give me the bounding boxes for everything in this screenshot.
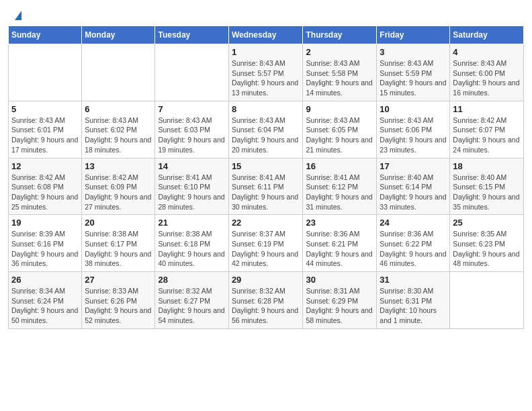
calendar-cell: 24Sunrise: 8:36 AM Sunset: 6:22 PM Dayli… [377, 215, 450, 272]
logo [13, 11, 21, 20]
days-of-week-row: SundayMondayTuesdayWednesdayThursdayFrid… [9, 26, 524, 44]
day-info: Sunrise: 8:37 AM Sunset: 6:19 PM Dayligh… [232, 229, 300, 269]
calendar-cell: 4Sunrise: 8:43 AM Sunset: 6:00 PM Daylig… [450, 44, 524, 101]
calendar-header: SundayMondayTuesdayWednesdayThursdayFrid… [9, 26, 524, 44]
day-number: 27 [85, 275, 152, 285]
day-number: 24 [380, 218, 447, 228]
day-info: Sunrise: 8:43 AM Sunset: 5:58 PM Dayligh… [306, 58, 373, 98]
calendar-cell: 27Sunrise: 8:33 AM Sunset: 6:26 PM Dayli… [82, 272, 155, 329]
day-info: Sunrise: 8:43 AM Sunset: 6:03 PM Dayligh… [158, 116, 225, 155]
day-number: 20 [85, 218, 152, 228]
day-of-week-header: Wednesday [228, 26, 303, 44]
calendar-cell: 8Sunrise: 8:43 AM Sunset: 6:04 PM Daylig… [228, 101, 303, 158]
day-number: 7 [158, 104, 225, 114]
calendar-cell: 20Sunrise: 8:38 AM Sunset: 6:17 PM Dayli… [82, 215, 155, 272]
day-info: Sunrise: 8:30 AM Sunset: 6:31 PM Dayligh… [380, 286, 447, 326]
calendar-body: 1Sunrise: 8:43 AM Sunset: 5:57 PM Daylig… [9, 44, 524, 329]
calendar-cell: 21Sunrise: 8:38 AM Sunset: 6:18 PM Dayli… [155, 215, 228, 272]
calendar-container: SundayMondayTuesdayWednesdayThursdayFrid… [0, 26, 532, 337]
day-number: 13 [85, 161, 152, 171]
day-info: Sunrise: 8:38 AM Sunset: 6:17 PM Dayligh… [85, 229, 152, 269]
day-of-week-header: Friday [377, 26, 450, 44]
calendar-cell: 31Sunrise: 8:30 AM Sunset: 6:31 PM Dayli… [377, 272, 450, 329]
day-info: Sunrise: 8:32 AM Sunset: 6:27 PM Dayligh… [158, 286, 225, 326]
calendar-cell: 16Sunrise: 8:41 AM Sunset: 6:12 PM Dayli… [303, 158, 377, 215]
day-info: Sunrise: 8:40 AM Sunset: 6:15 PM Dayligh… [453, 173, 521, 212]
calendar-cell: 30Sunrise: 8:31 AM Sunset: 6:29 PM Dayli… [303, 272, 377, 329]
day-number: 2 [306, 47, 373, 57]
calendar-cell: 28Sunrise: 8:32 AM Sunset: 6:27 PM Dayli… [155, 272, 228, 329]
day-number: 22 [232, 218, 300, 228]
day-number: 9 [306, 104, 373, 114]
day-number: 18 [453, 161, 521, 171]
logo-triangle-icon [15, 11, 21, 20]
day-number: 5 [11, 104, 79, 114]
day-number: 11 [453, 104, 521, 114]
calendar-cell: 19Sunrise: 8:39 AM Sunset: 6:16 PM Dayli… [9, 215, 82, 272]
day-number: 4 [453, 47, 521, 57]
day-number: 29 [232, 275, 300, 285]
calendar-cell: 13Sunrise: 8:42 AM Sunset: 6:09 PM Dayli… [82, 158, 155, 215]
calendar-cell: 5Sunrise: 8:43 AM Sunset: 6:01 PM Daylig… [9, 101, 82, 158]
calendar-week-row: 5Sunrise: 8:43 AM Sunset: 6:01 PM Daylig… [9, 101, 524, 158]
day-number: 1 [232, 47, 300, 57]
calendar-cell [450, 272, 524, 329]
day-info: Sunrise: 8:38 AM Sunset: 6:18 PM Dayligh… [158, 229, 225, 269]
day-info: Sunrise: 8:43 AM Sunset: 6:02 PM Dayligh… [85, 116, 152, 155]
day-number: 23 [306, 218, 373, 228]
day-info: Sunrise: 8:43 AM Sunset: 5:57 PM Dayligh… [232, 58, 300, 98]
calendar-cell: 1Sunrise: 8:43 AM Sunset: 5:57 PM Daylig… [228, 44, 303, 101]
day-number: 8 [232, 104, 300, 114]
day-number: 12 [11, 161, 79, 171]
day-info: Sunrise: 8:43 AM Sunset: 6:05 PM Dayligh… [306, 116, 373, 155]
calendar-cell: 11Sunrise: 8:42 AM Sunset: 6:07 PM Dayli… [450, 101, 524, 158]
day-info: Sunrise: 8:42 AM Sunset: 6:08 PM Dayligh… [11, 173, 79, 212]
day-info: Sunrise: 8:35 AM Sunset: 6:23 PM Dayligh… [453, 229, 521, 269]
calendar-cell: 12Sunrise: 8:42 AM Sunset: 6:08 PM Dayli… [9, 158, 82, 215]
calendar-cell: 23Sunrise: 8:36 AM Sunset: 6:21 PM Dayli… [303, 215, 377, 272]
calendar-cell [9, 44, 82, 101]
day-number: 15 [232, 161, 300, 171]
day-info: Sunrise: 8:39 AM Sunset: 6:16 PM Dayligh… [11, 229, 79, 269]
calendar-cell [155, 44, 228, 101]
day-number: 31 [380, 275, 447, 285]
day-info: Sunrise: 8:40 AM Sunset: 6:14 PM Dayligh… [380, 173, 447, 212]
day-info: Sunrise: 8:43 AM Sunset: 6:01 PM Dayligh… [11, 116, 79, 155]
day-number: 25 [453, 218, 521, 228]
calendar-table: SundayMondayTuesdayWednesdayThursdayFrid… [8, 26, 524, 329]
day-of-week-header: Saturday [450, 26, 524, 44]
day-info: Sunrise: 8:31 AM Sunset: 6:29 PM Dayligh… [306, 286, 373, 326]
day-number: 26 [11, 275, 79, 285]
day-info: Sunrise: 8:41 AM Sunset: 6:12 PM Dayligh… [306, 173, 373, 212]
calendar-cell: 7Sunrise: 8:43 AM Sunset: 6:03 PM Daylig… [155, 101, 228, 158]
day-of-week-header: Sunday [9, 26, 82, 44]
calendar-week-row: 26Sunrise: 8:34 AM Sunset: 6:24 PM Dayli… [9, 272, 524, 329]
day-number: 28 [158, 275, 225, 285]
day-info: Sunrise: 8:32 AM Sunset: 6:28 PM Dayligh… [232, 286, 300, 326]
day-of-week-header: Thursday [303, 26, 377, 44]
day-info: Sunrise: 8:43 AM Sunset: 6:06 PM Dayligh… [380, 116, 447, 155]
day-number: 16 [306, 161, 373, 171]
day-info: Sunrise: 8:33 AM Sunset: 6:26 PM Dayligh… [85, 286, 152, 326]
calendar-week-row: 19Sunrise: 8:39 AM Sunset: 6:16 PM Dayli… [9, 215, 524, 272]
calendar-cell: 10Sunrise: 8:43 AM Sunset: 6:06 PM Dayli… [377, 101, 450, 158]
day-info: Sunrise: 8:42 AM Sunset: 6:09 PM Dayligh… [85, 173, 152, 212]
calendar-cell: 29Sunrise: 8:32 AM Sunset: 6:28 PM Dayli… [228, 272, 303, 329]
day-info: Sunrise: 8:36 AM Sunset: 6:22 PM Dayligh… [380, 229, 447, 269]
day-number: 21 [158, 218, 225, 228]
day-number: 19 [11, 218, 79, 228]
page-header [0, 0, 532, 26]
calendar-cell: 26Sunrise: 8:34 AM Sunset: 6:24 PM Dayli… [9, 272, 82, 329]
day-info: Sunrise: 8:43 AM Sunset: 5:59 PM Dayligh… [380, 58, 447, 98]
day-info: Sunrise: 8:42 AM Sunset: 6:07 PM Dayligh… [453, 116, 521, 155]
day-info: Sunrise: 8:41 AM Sunset: 6:11 PM Dayligh… [232, 173, 300, 212]
calendar-cell: 6Sunrise: 8:43 AM Sunset: 6:02 PM Daylig… [82, 101, 155, 158]
calendar-cell: 14Sunrise: 8:41 AM Sunset: 6:10 PM Dayli… [155, 158, 228, 215]
day-number: 3 [380, 47, 447, 57]
day-info: Sunrise: 8:36 AM Sunset: 6:21 PM Dayligh… [306, 229, 373, 269]
day-number: 6 [85, 104, 152, 114]
day-info: Sunrise: 8:41 AM Sunset: 6:10 PM Dayligh… [158, 173, 225, 212]
calendar-cell [82, 44, 155, 101]
calendar-cell: 17Sunrise: 8:40 AM Sunset: 6:14 PM Dayli… [377, 158, 450, 215]
calendar-week-row: 1Sunrise: 8:43 AM Sunset: 5:57 PM Daylig… [9, 44, 524, 101]
